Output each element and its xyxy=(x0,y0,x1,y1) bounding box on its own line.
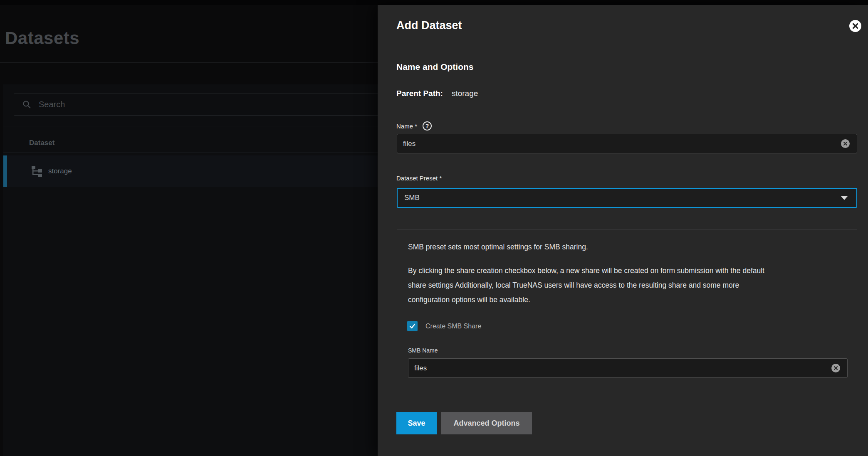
paragraph-line: share settings Additionally, local TrueN… xyxy=(408,278,845,293)
preset-selected-value: SMB xyxy=(404,194,841,202)
divider xyxy=(3,126,378,126)
save-button[interactable]: Save xyxy=(396,412,437,434)
preset-info-line: SMB preset sets most optimal settings fo… xyxy=(408,243,588,251)
search-icon xyxy=(22,100,31,109)
divider xyxy=(378,48,868,48)
dataset-tree-icon xyxy=(30,165,42,178)
dialog-title: Add Dataset xyxy=(396,19,462,32)
paragraph-line: By clicking the share creation checkbox … xyxy=(408,264,845,278)
name-input[interactable] xyxy=(397,134,841,153)
dataset-name: storage xyxy=(48,167,72,175)
check-glyph xyxy=(409,323,416,330)
checkbox-label: Create SMB Share xyxy=(425,323,481,330)
column-header-dataset: Dataset xyxy=(29,139,54,147)
parent-path-label: Parent Path: xyxy=(396,89,443,98)
advanced-options-button[interactable]: Advanced Options xyxy=(441,412,532,434)
x-glyph xyxy=(834,366,838,370)
paragraph-line: configuration options will be available. xyxy=(408,293,845,307)
section-heading: Name and Options xyxy=(396,62,474,72)
help-icon[interactable]: ? xyxy=(423,121,432,131)
datasets-tree-card: Dataset storage xyxy=(3,84,378,456)
dataset-preset-select[interactable]: SMB xyxy=(397,188,857,208)
clear-smb-name-icon[interactable] xyxy=(831,364,840,372)
add-dataset-dialog: Add Dataset Name and Options Parent Path… xyxy=(378,5,868,456)
smb-preset-info-box: SMB preset sets most optimal settings fo… xyxy=(397,229,857,393)
name-field-label-row: Name * ? xyxy=(396,121,432,131)
chevron-down-icon xyxy=(841,196,848,200)
create-smb-share-checkbox[interactable]: Create SMB Share xyxy=(407,321,481,331)
dialog-actions: Save Advanced Options xyxy=(396,412,532,434)
app-screen: Datasets Dataset xyxy=(0,0,868,456)
smb-name-label: SMB Name xyxy=(408,347,438,354)
divider xyxy=(3,152,378,153)
parent-path: Parent Path: storage xyxy=(396,89,478,98)
smb-name-input[interactable] xyxy=(408,359,831,377)
x-glyph xyxy=(843,142,847,145)
selected-row-indicator xyxy=(3,155,7,187)
name-input-container xyxy=(397,134,857,153)
preset-info-paragraph: By clicking the share creation checkbox … xyxy=(408,264,845,307)
name-field-label: Name * xyxy=(396,123,417,130)
parent-path-value: storage xyxy=(452,89,478,98)
checkbox-checked-icon xyxy=(407,321,418,331)
close-icon xyxy=(852,23,858,29)
dataset-row-storage[interactable]: storage xyxy=(3,155,378,187)
divider xyxy=(0,62,378,63)
page-title: Datasets xyxy=(5,28,79,48)
top-bar xyxy=(0,0,868,5)
preset-field-label: Dataset Preset * xyxy=(396,175,442,182)
clear-name-icon[interactable] xyxy=(841,139,850,148)
close-button[interactable] xyxy=(849,20,861,32)
smb-name-input-container xyxy=(408,358,848,378)
